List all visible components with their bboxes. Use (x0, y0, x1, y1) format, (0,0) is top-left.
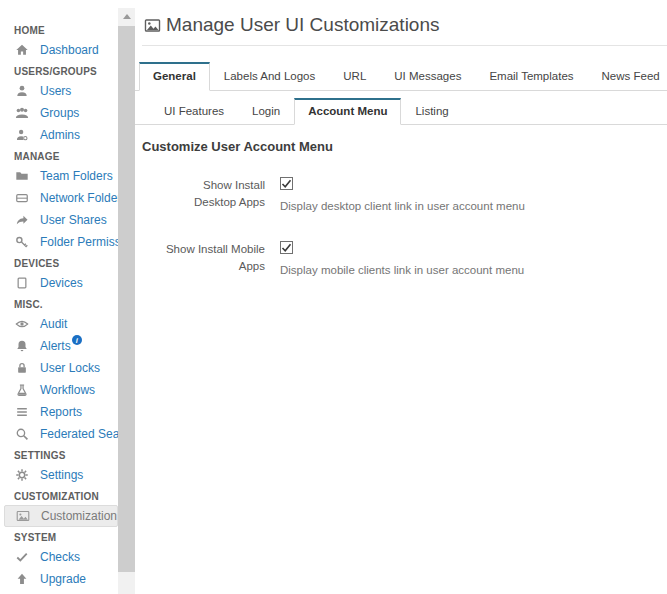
sidebar-section-header-users-groups: USERS/GROUPS (0, 61, 118, 80)
sidebar-item-label: Reports (40, 405, 82, 419)
sidebar-section-header-home: HOME (0, 20, 118, 39)
field-control: Display desktop client link in user acco… (280, 175, 525, 212)
subtab-listing[interactable]: Listing (401, 98, 462, 125)
content-heading: Customize User Account Menu (142, 139, 667, 154)
sidebar-nav: HOMEDashboardUSERS/GROUPSUsersGroupsAdmi… (0, 0, 118, 590)
checkbox-show-install-mobile-apps[interactable] (280, 241, 293, 254)
sidebar-item-dashboard[interactable]: Dashboard (0, 39, 118, 61)
sidebar-item-label: Upgrade (40, 572, 86, 586)
sidebar-item-upgrade[interactable]: Upgrade (0, 568, 118, 590)
sub-tabs: UI FeaturesLoginAccount MenuListing (135, 98, 667, 125)
sidebar-item-federated-search[interactable]: Federated Search (0, 423, 118, 445)
sidebar-scrollbar[interactable] (118, 8, 135, 594)
checkbox-show-install-desktop-apps[interactable] (280, 177, 293, 190)
form-row-show-install-mobile-apps: Show Install Mobile AppsDisplay mobile c… (142, 239, 667, 276)
sidebar-section-header-misc: MISC. (0, 294, 118, 313)
main-panel: Manage User UI Customizations GeneralLab… (135, 0, 667, 594)
page-title: Manage User UI Customizations (166, 14, 440, 36)
tab-ui-messages[interactable]: UI Messages (380, 62, 475, 91)
sidebar-item-label: Devices (40, 276, 83, 290)
gear-icon (14, 467, 30, 483)
sidebar-item-label: Audit (40, 317, 67, 331)
sidebar-item-user-shares[interactable]: User Shares (0, 209, 118, 231)
share-arrow-icon (14, 212, 30, 228)
sidebar-item-workflows[interactable]: Workflows (0, 379, 118, 401)
users-icon (14, 105, 30, 121)
sidebar-item-label: Admins (40, 128, 80, 142)
admin-user-icon (14, 127, 30, 143)
sidebar-item-groups[interactable]: Groups (0, 102, 118, 124)
subtab-login[interactable]: Login (238, 98, 294, 125)
sidebar-item-user-locks[interactable]: User Locks (0, 357, 118, 379)
sidebar-section-header-manage: MANAGE (0, 146, 118, 165)
sidebar-section-header-devices: DEVICES (0, 253, 118, 272)
sidebar-item-label: Workflows (40, 383, 95, 397)
sidebar-item-checks[interactable]: Checks (0, 546, 118, 568)
settings-form: Show Install Desktop AppsDisplay desktop… (142, 175, 667, 276)
sidebar-item-folder-permissions[interactable]: Folder Permissions (0, 231, 118, 253)
field-description: Display desktop client link in user acco… (280, 200, 525, 212)
tab-labels-and-logos[interactable]: Labels And Logos (210, 62, 329, 91)
eye-icon (14, 316, 30, 332)
folder-icon (14, 168, 30, 184)
sidebar-item-label: Team Folders (40, 169, 113, 183)
tab-email-templates[interactable]: Email Templates (475, 62, 587, 91)
list-icon (14, 404, 30, 420)
form-row-show-install-desktop-apps: Show Install Desktop AppsDisplay desktop… (142, 175, 667, 212)
page-header: Manage User UI Customizations (142, 14, 667, 46)
home-icon (14, 42, 30, 58)
field-description: Display mobile clients link in user acco… (280, 264, 524, 276)
user-icon (14, 83, 30, 99)
subtab-ui-features[interactable]: UI Features (150, 98, 238, 125)
sidebar-section-header-customization: CUSTOMIZATION (0, 486, 118, 505)
field-label: Show Install Desktop Apps (160, 175, 265, 212)
tab-url[interactable]: URL (329, 62, 380, 91)
sidebar-item-label: User Shares (40, 213, 107, 227)
tab-news-feed[interactable]: News Feed (588, 62, 667, 91)
sidebar-item-audit[interactable]: Audit (0, 313, 118, 335)
key-icon (14, 234, 30, 250)
sidebar-item-devices[interactable]: Devices (0, 272, 118, 294)
sidebar-item-label: Dashboard (40, 43, 99, 57)
scrollbar-up-button[interactable] (118, 8, 135, 25)
sidebar-section-header-settings: SETTINGS (0, 445, 118, 464)
sidebar-item-label: Groups (40, 106, 79, 120)
sidebar-item-label: Settings (40, 468, 83, 482)
image-icon (15, 508, 31, 524)
flask-icon (14, 382, 30, 398)
arrow-up-icon (14, 571, 30, 587)
chevron-up-icon (123, 14, 131, 19)
sidebar-item-label: Network Folders (40, 191, 127, 205)
content: Customize User Account Menu Show Install… (135, 125, 667, 276)
sidebar-item-admins[interactable]: Admins (0, 124, 118, 146)
tab-general[interactable]: General (139, 62, 210, 91)
sidebar-item-alerts[interactable]: Alertsi (0, 335, 118, 357)
sidebar-section-header-system: SYSTEM (0, 527, 118, 546)
check-icon (14, 549, 30, 565)
sidebar-item-team-folders[interactable]: Team Folders (0, 165, 118, 187)
field-label: Show Install Mobile Apps (160, 239, 265, 276)
bell-icon (14, 338, 30, 354)
sidebar-item-label: Checks (40, 550, 80, 564)
sidebar-item-customization[interactable]: Customization (4, 505, 118, 527)
sidebar-item-label: Alerts (40, 339, 71, 353)
sidebar-item-label: Customization (41, 509, 117, 523)
main-tabs: GeneralLabels And LogosURLUI MessagesEma… (135, 62, 667, 91)
sidebar-item-reports[interactable]: Reports (0, 401, 118, 423)
lock-icon (14, 360, 30, 376)
sidebar-item-users[interactable]: Users (0, 80, 118, 102)
search-icon (14, 426, 30, 442)
sidebar-item-label: User Locks (40, 361, 100, 375)
alerts-info-badge: i (72, 335, 82, 345)
scrollbar-thumb[interactable] (118, 26, 135, 572)
sidebar: HOMEDashboardUSERS/GROUPSUsersGroupsAdmi… (0, 0, 135, 594)
field-control: Display mobile clients link in user acco… (280, 239, 524, 276)
image-icon (142, 17, 163, 34)
sidebar-item-network-folders[interactable]: Network Folders (0, 187, 118, 209)
tablet-icon (14, 275, 30, 291)
network-drive-icon (14, 190, 30, 206)
sidebar-item-settings[interactable]: Settings (0, 464, 118, 486)
subtab-account-menu[interactable]: Account Menu (294, 98, 401, 125)
sidebar-item-label: Users (40, 84, 71, 98)
